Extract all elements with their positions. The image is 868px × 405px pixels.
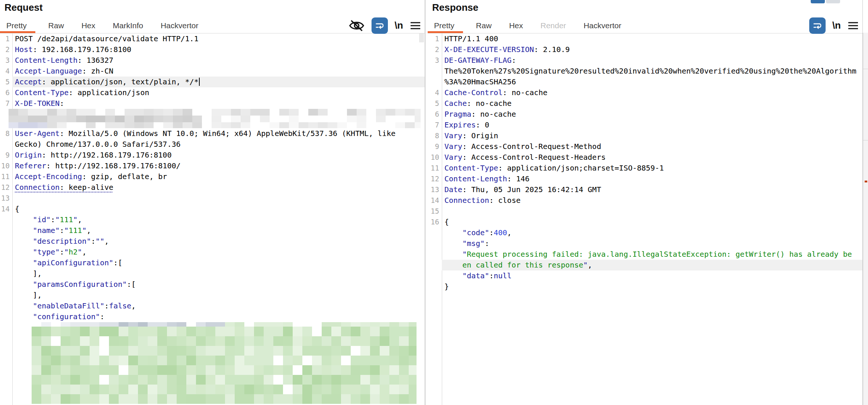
cutoff-button-gray[interactable]	[826, 0, 840, 3]
code-line: 6Pragma: no-cache	[428, 109, 862, 120]
code-line: 12Content-Length: 146	[428, 174, 862, 184]
response-panel-title: Response	[432, 2, 478, 13]
code-text: "name":"111",	[12, 225, 425, 236]
line-number: 10	[0, 161, 12, 171]
code-line: "configuration":	[0, 311, 425, 322]
code-line: "msg":	[428, 238, 862, 249]
word-wrap-icon[interactable]	[372, 17, 388, 34]
menu-icon[interactable]	[410, 21, 421, 30]
code-text: "description":"",	[12, 236, 425, 247]
line-number	[0, 214, 12, 225]
code-text: "configuration":	[12, 311, 425, 322]
word-wrap-icon[interactable]	[809, 17, 826, 34]
code-line: %3A%20HmacSHA256	[428, 77, 862, 87]
menu-icon[interactable]	[848, 21, 859, 30]
code-line: 11Content-Type: application/json;charset…	[428, 163, 862, 174]
code-line: 4Accept-Language: zh-CN	[0, 66, 425, 77]
redacted-region-gray	[9, 109, 421, 128]
request-tab-hackvertor[interactable]: Hackvertor	[156, 18, 203, 33]
request-panel: Request PrettyRawHexMarkInfoHackvertor	[0, 0, 425, 405]
line-number: 8	[428, 130, 442, 141]
code-text: Accept-Encoding: gzip, deflate, br	[12, 171, 425, 182]
request-tabbar: PrettyRawHexMarkInfoHackvertor	[0, 18, 425, 33]
code-text: Content-Type: application/json;charset=I…	[442, 163, 862, 174]
newline-toggle-icon[interactable]: \n	[832, 20, 841, 31]
request-scrollbar-thumb[interactable]	[419, 33, 424, 42]
hide-eye-icon[interactable]	[348, 19, 365, 33]
request-panel-title: Request	[4, 2, 43, 13]
code-line: 2X-DE-EXECUTE-VERSION: 2.10.9	[428, 44, 862, 55]
code-line: en called for this response",	[428, 260, 862, 270]
line-number: 12	[0, 182, 12, 193]
code-text: "paramsConfiguration":[	[12, 279, 425, 290]
line-number: 11	[428, 163, 442, 174]
line-number: 9	[428, 141, 442, 152]
line-number: 5	[0, 77, 12, 87]
code-text: "msg":	[442, 238, 862, 249]
code-text: Content-Type: application/json	[12, 87, 425, 98]
cutoff-button-blue[interactable]	[811, 0, 825, 3]
code-line: The%20Token%27s%20Signature%20resulted%2…	[428, 66, 862, 77]
code-line: Gecko) Chrome/137.0.0.0 Safari/537.36	[0, 139, 425, 150]
code-text: HTTP/1.1 400	[442, 33, 862, 44]
response-scrollbar-track[interactable]	[863, 33, 868, 405]
request-tab-markinfo[interactable]: MarkInfo	[108, 18, 148, 33]
line-number	[0, 225, 12, 236]
response-tabs: PrettyRawHexRenderHackvertor	[428, 18, 626, 33]
code-text: "type":"h2",	[12, 247, 425, 257]
code-line: ],	[0, 290, 425, 301]
code-text: Connection: close	[442, 195, 862, 206]
line-number: 10	[428, 152, 442, 163]
request-tab-raw[interactable]: Raw	[44, 18, 68, 33]
line-number	[0, 268, 12, 279]
response-tab-hackvertor[interactable]: Hackvertor	[579, 18, 626, 33]
code-text	[442, 206, 862, 217]
code-text: Accept-Language: zh-CN	[12, 66, 425, 77]
code-line: 13Date: Thu, 05 Jun 2025 16:42:14 GMT	[428, 184, 862, 195]
newline-glyph: \n	[395, 20, 403, 31]
code-line: 15	[428, 206, 862, 217]
response-editor-icons: \n	[809, 17, 859, 34]
line-number: 14	[0, 204, 12, 214]
response-tab-pretty[interactable]: Pretty	[428, 18, 463, 33]
line-number	[428, 77, 442, 87]
code-text: {	[442, 217, 862, 227]
line-number	[428, 249, 442, 260]
line-number	[428, 238, 442, 249]
line-number: 14	[428, 195, 442, 206]
line-number: 7	[428, 120, 442, 130]
tab-label: MarkInfo	[113, 21, 143, 30]
line-number	[0, 257, 12, 268]
code-line: 14{	[0, 204, 425, 214]
line-number: 13	[428, 184, 442, 195]
code-text: Connection: keep-alive	[12, 182, 425, 193]
code-line: 13	[0, 193, 425, 204]
code-line: 2Host: 192.168.179.176:8100	[0, 44, 425, 55]
line-number: 3	[0, 55, 12, 66]
scrollbar-segment-line	[863, 69, 868, 69]
newline-toggle-icon[interactable]: \n	[395, 20, 403, 31]
code-line: 9Origin: http://192.168.179.176:8100	[0, 150, 425, 161]
code-line: 4Cache-Control: no-cache	[428, 87, 862, 98]
tab-label: Hex	[509, 21, 523, 30]
request-tab-pretty[interactable]: Pretty	[0, 18, 35, 33]
code-line: 12Connection: keep-alive	[0, 182, 425, 193]
code-text: The%20Token%27s%20Signature%20resulted%2…	[442, 66, 862, 77]
tab-label: Hex	[81, 21, 95, 30]
line-number: 1	[428, 33, 442, 44]
code-line: ],	[0, 268, 425, 279]
code-text: Vary: Origin	[442, 130, 862, 141]
code-text: Pragma: no-cache	[442, 109, 862, 120]
code-line: 7Expires: 0	[428, 120, 862, 130]
request-editor[interactable]: 1POST /de2api/datasource/validate HTTP/1…	[0, 33, 425, 405]
code-text: DE-GATEWAY-FLAG:	[442, 55, 862, 66]
burp-message-editor: Request PrettyRawHexMarkInfoHackvertor	[0, 0, 868, 405]
code-line: 16{	[428, 217, 862, 227]
code-text: Content-Length: 136327	[12, 55, 425, 66]
line-number	[428, 227, 442, 238]
response-editor[interactable]: 1HTTP/1.1 4002X-DE-EXECUTE-VERSION: 2.10…	[428, 33, 862, 405]
response-tab-raw[interactable]: Raw	[472, 18, 496, 33]
response-tabbar: PrettyRawHexRenderHackvertor \n	[428, 18, 862, 33]
request-tab-hex[interactable]: Hex	[77, 18, 100, 33]
response-tab-hex[interactable]: Hex	[505, 18, 527, 33]
